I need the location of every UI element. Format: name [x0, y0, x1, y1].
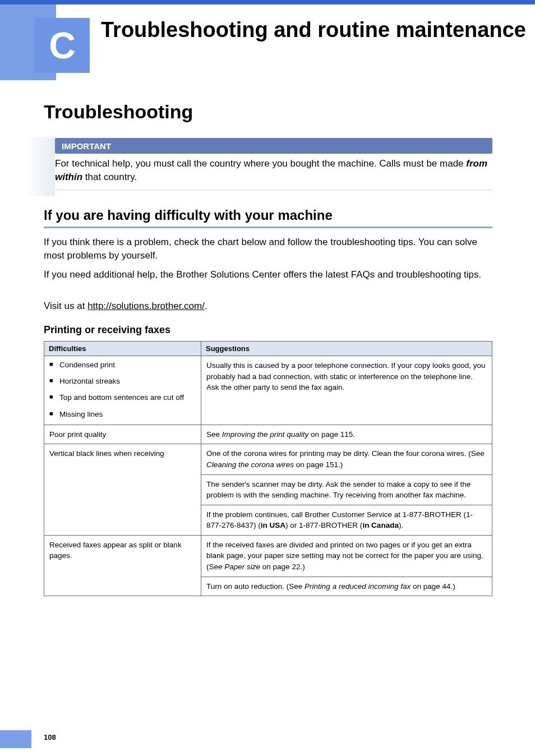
s1-after: on page 22.)	[260, 563, 305, 571]
table-heading: Printing or receiving faxes	[44, 324, 170, 336]
suggestion-cell: If the received faxes are divided and pr…	[201, 535, 492, 577]
page-number: 108	[44, 733, 56, 741]
list-item: Top and bottom sentences are cut off	[49, 393, 196, 403]
s1-after: on page 151.)	[294, 460, 343, 469]
subsection-heading: If you are having difficulty with your m…	[44, 208, 492, 227]
suggestion-cell: The sender's scanner may be dirty. Ask t…	[201, 474, 492, 505]
solutions-link[interactable]: http://solutions.brother.com/	[87, 301, 205, 311]
suggestion-cell: One of the corona wires for printing may…	[201, 444, 492, 474]
s1-em: Cleaning the corona wires	[206, 460, 294, 469]
chapter-title: Troubleshooting and routine maintenance	[101, 17, 526, 44]
body-paragraph-3: Visit us at http://solutions.brother.com…	[44, 299, 492, 313]
left-gradient-decoration	[0, 137, 55, 196]
s3-e: ).	[399, 521, 403, 529]
suggestion-cell: See Improving the print quality on page …	[201, 425, 492, 444]
important-text-after: that country.	[82, 172, 137, 182]
table-header-suggestions: Suggestions	[201, 342, 492, 356]
table-header-difficulties: Difficulties	[44, 342, 201, 356]
suggestion-cell: Usually this is caused by a poor telepho…	[201, 356, 492, 425]
table-row: Vertical black lines when receiving One …	[44, 444, 492, 474]
troubleshooting-table: Difficulties Suggestions Condensed print…	[44, 341, 492, 596]
p3-before: Visit us at	[44, 301, 87, 311]
s3-c: ) or 1-877-BROTHER (	[285, 521, 362, 529]
list-item: Horizontal streaks	[49, 376, 196, 386]
difficulty-list: Condensed print Horizontal streaks Top a…	[49, 360, 196, 420]
table-row: Poor print quality See Improving the pri…	[44, 425, 492, 444]
list-item: Missing lines	[49, 409, 196, 420]
subsection-rule	[44, 227, 492, 228]
s3-d: in Canada	[362, 521, 399, 529]
chapter-letter: C	[49, 24, 76, 67]
important-banner: IMPORTANT	[55, 138, 492, 154]
difficulty-cell: Poor print quality	[44, 425, 201, 444]
s2-before: Turn on auto reduction. (See	[206, 582, 305, 591]
table-row: Received faxes appear as split or blank …	[44, 535, 492, 577]
suggestion-cell: Turn on auto reduction. (See Printing a …	[201, 577, 492, 596]
important-text: For technical help, you must call the co…	[55, 157, 492, 190]
s1-em: Paper size	[224, 563, 260, 571]
list-item: Condensed print	[49, 360, 196, 370]
suggestion-before: See	[206, 430, 222, 439]
difficulty-cell: Condensed print Horizontal streaks Top a…	[44, 356, 201, 425]
section-heading: Troubleshooting	[44, 101, 193, 123]
suggestion-em: Improving the print quality	[222, 430, 309, 439]
important-label: IMPORTANT	[62, 141, 111, 151]
table-header-row: Difficulties Suggestions	[44, 342, 492, 356]
s1-before: One of the corona wires for printing may…	[206, 449, 485, 458]
p3-after: .	[205, 301, 207, 311]
s2-em: Printing a reduced incoming fax	[305, 582, 411, 591]
side-tab-decoration	[0, 730, 31, 748]
difficulty-cell: Received faxes appear as split or blank …	[44, 535, 201, 596]
s2-after: on page 44.)	[411, 582, 455, 591]
chapter-badge: C	[35, 18, 90, 73]
important-text-before: For technical help, you must call the co…	[55, 158, 466, 169]
body-paragraph-1: If you think there is a problem, check t…	[44, 236, 492, 262]
top-accent-bar	[0, 0, 535, 4]
body-paragraph-2: If you need additional help, the Brother…	[44, 268, 492, 282]
suggestion-after: on page 115.	[308, 430, 355, 439]
table-row: Condensed print Horizontal streaks Top a…	[44, 356, 492, 425]
s3-b: in USA	[261, 521, 285, 529]
difficulty-cell: Vertical black lines when receiving	[44, 444, 201, 535]
suggestion-cell: If the problem continues, call Brother C…	[201, 505, 492, 535]
